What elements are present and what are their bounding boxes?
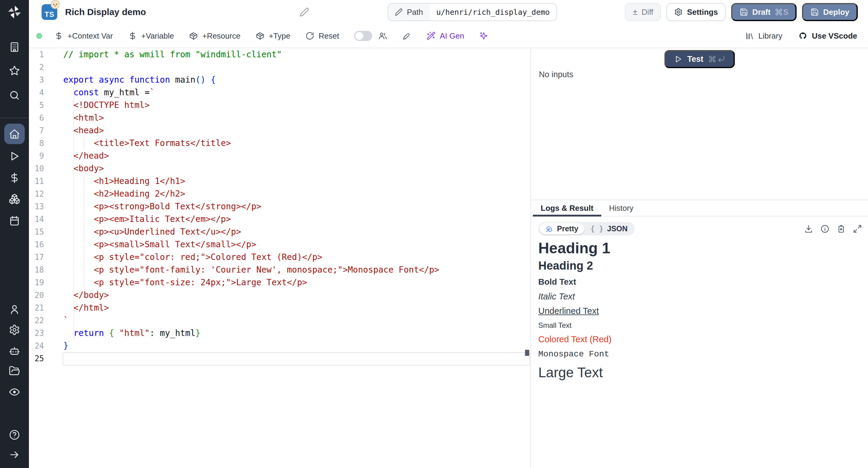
toggle-knob — [355, 32, 363, 40]
github-cat-icon — [798, 31, 808, 41]
result-italic: Italic Text — [538, 290, 868, 302]
code-editor[interactable]: 1// import * as wmill from "windmill-cli… — [29, 48, 530, 468]
code-line-10[interactable]: 10 <body> — [29, 162, 530, 175]
line-number: 9 — [29, 150, 44, 162]
add-variable-button[interactable]: +Variable — [128, 31, 174, 41]
view-mode-pretty[interactable]: Pretty — [539, 223, 584, 234]
code-line-13[interactable]: 13 <p><strong>Bold Text</strong></p> — [29, 200, 530, 213]
command-icon — [708, 55, 716, 63]
download-icon[interactable] — [804, 224, 813, 233]
settings-button[interactable]: Settings — [666, 3, 726, 21]
path-field[interactable]: Path u/henri/rich_display_demo — [388, 3, 557, 21]
line-number: 25 — [29, 352, 44, 365]
line-number: 7 — [29, 124, 44, 137]
boxes-icon — [9, 193, 20, 205]
ai-gen-button[interactable]: AI Gen — [427, 31, 464, 41]
user-icon — [9, 304, 20, 315]
copy-result-icon[interactable] — [837, 224, 846, 233]
code-text: <html> — [63, 112, 104, 124]
code-line-1[interactable]: 1// import * as wmill from "windmill-cli… — [29, 48, 530, 61]
tab-logs-result[interactable]: Logs & Result — [533, 200, 601, 216]
path-label-segment[interactable]: Path — [388, 4, 430, 21]
line-number: 16 — [29, 238, 44, 251]
code-text: <head> — [63, 124, 104, 137]
code-line-17[interactable]: 17 <p style="color: red;">Colored Text (… — [29, 251, 530, 264]
sidebar-item-users[interactable] — [4, 299, 25, 320]
sidebar-item-schedules[interactable] — [4, 210, 25, 231]
sidebar-item-resources[interactable] — [4, 189, 25, 209]
code-line-7[interactable]: 7 <head> — [29, 124, 530, 137]
result-underline: Underlined Text — [538, 305, 868, 317]
robot-icon — [9, 345, 20, 357]
code-line-21[interactable]: 21 </html> — [29, 301, 530, 314]
code-line-22[interactable]: 22` — [29, 314, 530, 327]
code-line-15[interactable]: 15 <p><u>Underlined Text</u></p> — [29, 226, 530, 238]
code-line-5[interactable]: 5 <!DOCTYPE html> — [29, 99, 530, 112]
code-text: <p style="font-family: 'Courier New', mo… — [63, 264, 439, 276]
format-button[interactable] — [402, 31, 411, 40]
draft-shortcut: S — [775, 8, 788, 17]
code-line-25[interactable]: 25 — [29, 352, 530, 365]
sidebar-item-expand[interactable] — [4, 444, 25, 465]
use-vscode-button[interactable]: Use VScode — [798, 31, 857, 41]
sidebar-item-home[interactable] — [4, 124, 25, 144]
sidebar-item-favorites[interactable] — [4, 60, 25, 81]
sidebar-item-workspace[interactable] — [4, 37, 25, 57]
library-button[interactable]: Library — [745, 31, 782, 41]
sidebar-item-variables[interactable] — [4, 168, 25, 188]
sidebar-item-folders[interactable] — [4, 361, 25, 381]
code-line-20[interactable]: 20 </body> — [29, 289, 530, 301]
draft-button-label: Draft — [752, 7, 771, 17]
code-line-3[interactable]: 3export async function main() { — [29, 74, 530, 86]
add-context-var-button[interactable]: +Context Var — [54, 31, 113, 41]
code-line-12[interactable]: 12 <h2>Heading 2</h2> — [29, 187, 530, 200]
sidebar-item-settings[interactable] — [4, 320, 25, 340]
code-text: export async function main() { — [63, 74, 216, 86]
search-icon — [9, 90, 20, 101]
code-text: <title>Text Formats</title> — [63, 137, 231, 150]
view-mode-json[interactable]: { } JSON — [584, 223, 633, 234]
line-number: 13 — [29, 200, 44, 213]
code-line-23[interactable]: 23 return { "html": my_html} — [29, 327, 530, 340]
code-line-14[interactable]: 14 <p><em>Italic Text</em></p> — [29, 213, 530, 226]
code-line-11[interactable]: 11 <h1>Heading 1</h1> — [29, 175, 530, 187]
sidebar-item-workers[interactable] — [4, 341, 25, 361]
sidebar-item-search[interactable] — [4, 85, 25, 106]
code-line-19[interactable]: 19 <p style="font-size: 24px;">Large Tex… — [29, 276, 530, 289]
gear-icon — [674, 8, 683, 16]
code-line-8[interactable]: 8 <title>Text Formats</title> — [29, 137, 530, 150]
add-type-button[interactable]: +Type — [255, 31, 290, 41]
code-line-2[interactable]: 2 — [29, 61, 530, 74]
code-line-4[interactable]: 4 const my_html =` — [29, 86, 530, 99]
expand-icon[interactable] — [853, 224, 862, 233]
brush-icon — [402, 31, 411, 40]
code-line-6[interactable]: 6 <html> — [29, 112, 530, 124]
code-text: } — [63, 340, 68, 352]
ai-fix-button[interactable] — [479, 31, 488, 40]
sparkles-icon — [479, 31, 488, 40]
sidebar-item-help[interactable] — [4, 425, 25, 445]
pen-nib-icon — [546, 225, 553, 233]
code-line-18[interactable]: 18 <p style="font-family: 'Courier New',… — [29, 264, 530, 276]
edit-title-pencil-icon[interactable] — [300, 7, 309, 17]
tab-history[interactable]: History — [601, 200, 641, 216]
diff-button[interactable]: ± Diff — [625, 3, 661, 21]
calendar-icon — [9, 215, 20, 227]
code-line-24[interactable]: 24} — [29, 340, 530, 352]
reset-button[interactable]: Reset — [305, 31, 339, 41]
collaboration-toggle[interactable] — [354, 31, 372, 41]
collaborators-button[interactable] — [378, 31, 387, 40]
result-large: Large Text — [538, 364, 868, 381]
deploy-button[interactable]: Deploy — [802, 3, 858, 21]
path-input[interactable]: u/henri/rich_display_demo — [430, 4, 556, 21]
draft-button[interactable]: Draft S — [731, 3, 797, 21]
reset-label: Reset — [318, 31, 339, 41]
sidebar-item-runs[interactable] — [4, 146, 25, 167]
code-line-16[interactable]: 16 <p><small>Small Text</small></p> — [29, 238, 530, 251]
test-button[interactable]: Test — [664, 50, 735, 68]
json-label: JSON — [607, 224, 627, 233]
code-line-9[interactable]: 9 </head> — [29, 150, 530, 162]
info-icon[interactable] — [820, 224, 830, 233]
sidebar-item-audit-logs[interactable] — [4, 382, 25, 402]
add-resource-button[interactable]: +Resource — [189, 31, 240, 41]
